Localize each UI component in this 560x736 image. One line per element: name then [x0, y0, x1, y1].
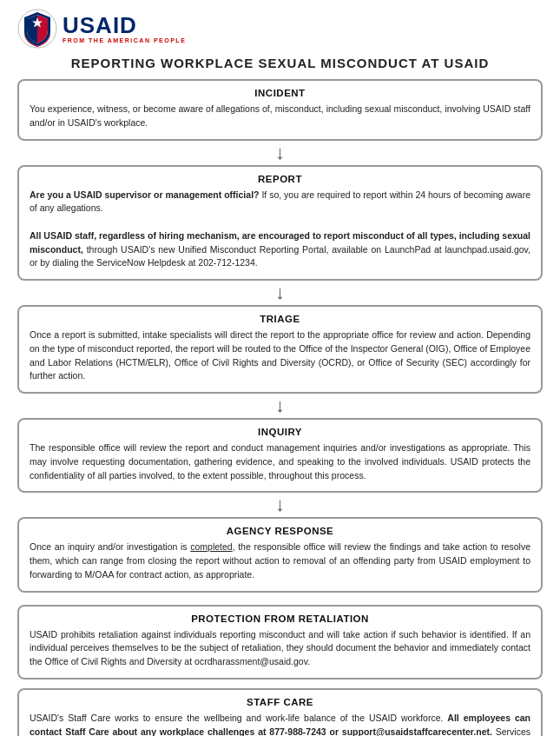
staff-care-title: STAFF CARE	[30, 697, 530, 707]
completed-text: completed	[190, 541, 232, 552]
report-body: Are you a USAID supervisor or management…	[30, 189, 530, 271]
usaid-logo-text: USAID FROM THE AMERICAN PEOPLE	[63, 14, 186, 43]
staff-care-bold: All employees can contact Staff Care abo…	[30, 713, 530, 736]
incident-body: You experience, witness, or become aware…	[30, 103, 530, 130]
usaid-tagline: FROM THE AMERICAN PEOPLE	[63, 37, 186, 43]
agency-response-title: AGENCY RESPONSE	[30, 526, 530, 536]
report-title: REPORT	[30, 174, 530, 184]
arrow-1: ↓	[275, 141, 285, 165]
incident-title: INCIDENT	[30, 88, 530, 98]
page-title: REPORTING WORKPLACE SEXUAL MISCONDUCT AT…	[17, 56, 543, 70]
usaid-shield-icon	[17, 9, 57, 49]
incident-box: INCIDENT You experience, witness, or bec…	[17, 79, 543, 141]
staff-care-box: STAFF CARE USAID's Staff Care works to e…	[17, 688, 543, 736]
protection-box: PROTECTION FROM RETALIATION USAID prohib…	[17, 605, 543, 680]
arrow-3: ↓	[275, 394, 285, 418]
report-bold-1: Are you a USAID supervisor or management…	[30, 189, 259, 200]
inquiry-box: INQUIRY The responsible office will revi…	[17, 418, 543, 493]
protection-body: USAID prohibits retaliation against indi…	[30, 628, 530, 669]
arrow-4: ↓	[275, 493, 285, 517]
staff-care-body: USAID's Staff Care works to ensure the w…	[30, 712, 530, 736]
arrow-2: ↓	[275, 281, 285, 305]
logo-area: USAID FROM THE AMERICAN PEOPLE	[17, 9, 186, 49]
bottom-boxes: PROTECTION FROM RETALIATION USAID prohib…	[17, 605, 543, 737]
usaid-brand-name: USAID	[63, 14, 186, 36]
report-bold-2: All USAID staff, regardless of hiring me…	[30, 230, 530, 255]
header: USAID FROM THE AMERICAN PEOPLE	[17, 9, 543, 49]
staff-care-email-link[interactable]: support@usaidstaffcarecenter.net	[342, 726, 490, 737]
protection-title: PROTECTION FROM RETALIATION	[30, 613, 530, 624]
inquiry-body: The responsible office will review the r…	[30, 441, 530, 482]
triage-title: TRIAGE	[30, 314, 530, 324]
inquiry-title: INQUIRY	[30, 427, 530, 437]
agency-response-body: Once an inquiry and/or investigation is …	[30, 540, 530, 581]
ocrd-email-link[interactable]: ocrdharassment@usaid.gov	[194, 656, 307, 666]
flow-container: INCIDENT You experience, witness, or bec…	[17, 79, 543, 593]
report-box: REPORT Are you a USAID supervisor or man…	[17, 165, 543, 282]
triage-body: Once a report is submitted, intake speci…	[30, 328, 530, 383]
agency-response-box: AGENCY RESPONSE Once an inquiry and/or i…	[17, 517, 543, 592]
triage-box: TRIAGE Once a report is submitted, intak…	[17, 305, 543, 394]
